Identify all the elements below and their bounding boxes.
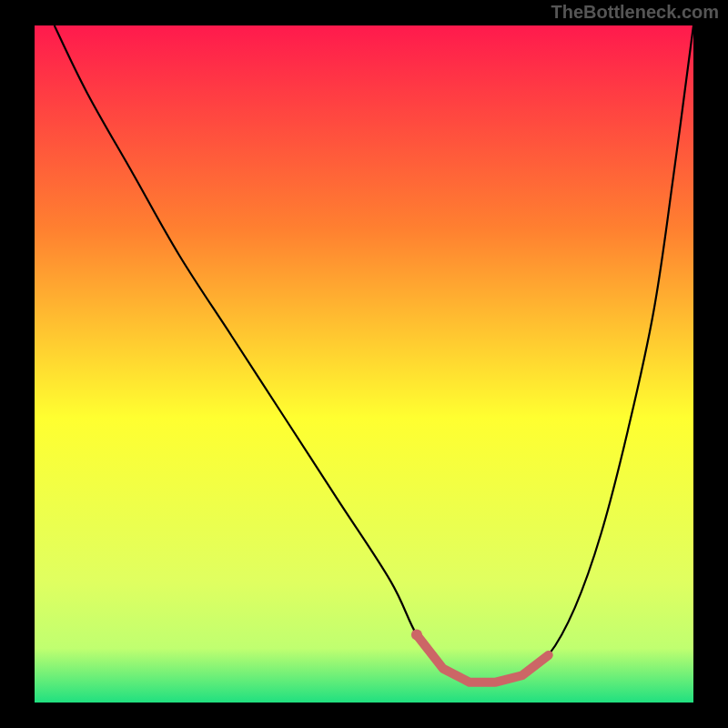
plot-area xyxy=(35,25,693,703)
gradient-background xyxy=(35,25,693,703)
optimal-start-dot xyxy=(411,630,422,641)
chart-svg xyxy=(35,25,693,703)
chart-container: TheBottleneck.com xyxy=(0,0,728,728)
watermark-text: TheBottleneck.com xyxy=(551,2,719,23)
